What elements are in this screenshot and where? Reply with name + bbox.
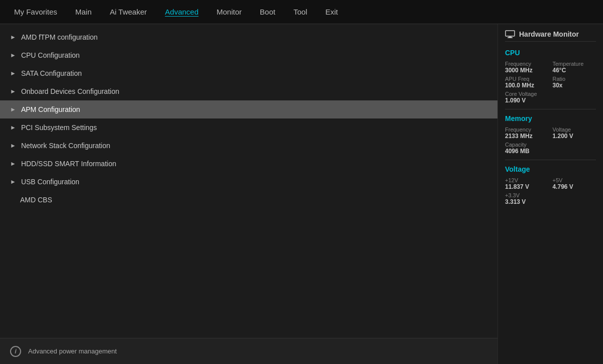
- menu-item-onboard-devices[interactable]: ► Onboard Devices Configuration: [0, 82, 497, 100]
- nav-tool[interactable]: Tool: [284, 0, 317, 24]
- svg-rect-0: [506, 31, 515, 36]
- arrow-icon: ►: [10, 142, 16, 149]
- arrow-icon: ►: [10, 106, 16, 113]
- cpu-core-voltage-value: 1.090 V: [505, 97, 596, 104]
- menu-item-sata-config[interactable]: ► SATA Configuration: [0, 64, 497, 82]
- menu-item-label: HDD/SSD SMART Information: [21, 160, 116, 168]
- cpu-section: CPU Frequency 3000 MHz Temperature 46°C …: [505, 49, 596, 104]
- cpu-apu-freq-label: APU Freq: [505, 76, 549, 82]
- cpu-stats: Frequency 3000 MHz Temperature 46°C APU …: [505, 61, 596, 104]
- mem-voltage-label: Voltage: [553, 127, 596, 133]
- arrow-icon: ►: [10, 178, 16, 185]
- nav-exit[interactable]: Exit: [316, 0, 347, 24]
- mem-capacity-label: Capacity: [505, 142, 596, 148]
- mem-frequency-label: Frequency: [505, 127, 549, 133]
- menu-item-cpu-config[interactable]: ► CPU Configuration: [0, 46, 497, 64]
- menu-item-label: APM Configuration: [21, 105, 80, 113]
- monitor-icon: [505, 30, 515, 38]
- cpu-frequency-value: 3000 MHz: [505, 67, 549, 74]
- arrow-icon: ►: [10, 70, 16, 77]
- nav-my-favorites[interactable]: My Favorites: [5, 0, 66, 24]
- menu-item-label: PCI Subsystem Settings: [21, 124, 97, 132]
- menu-item-label: USB Configuration: [21, 178, 79, 186]
- top-navigation: My Favorites Main Ai Tweaker Advanced Mo…: [0, 0, 603, 24]
- menu-item-hdd-ssd[interactable]: ► HDD/SSD SMART Information: [0, 155, 497, 173]
- menu-item-label: CPU Configuration: [21, 51, 80, 59]
- cpu-ratio-label: Ratio: [553, 76, 596, 82]
- nav-monitor[interactable]: Monitor: [208, 0, 251, 24]
- memory-stats: Frequency 2133 MHz Voltage 1.200 V Capac…: [505, 127, 596, 155]
- menu-item-pci-subsystem[interactable]: ► PCI Subsystem Settings: [0, 118, 497, 137]
- nav-advanced[interactable]: Advanced: [156, 0, 208, 24]
- nav-main[interactable]: Main: [66, 0, 101, 24]
- nav-boot[interactable]: Boot: [251, 0, 284, 24]
- nav-ai-tweaker[interactable]: Ai Tweaker: [100, 0, 156, 24]
- main-layout: ► AMD fTPM configuration ► CPU Configura…: [0, 24, 603, 364]
- v33-label: +3.3V: [505, 192, 596, 198]
- divider-2: [505, 160, 596, 160]
- menu-item-label: AMD CBS: [20, 196, 52, 204]
- menu-item-label: SATA Configuration: [21, 69, 82, 77]
- status-bar: i Advanced power management: [0, 338, 497, 364]
- menu-list: ► AMD fTPM configuration ► CPU Configura…: [0, 24, 497, 338]
- v5-label: +5V: [553, 177, 596, 183]
- v12-value: 11.837 V: [505, 183, 549, 190]
- cpu-section-title: CPU: [505, 49, 596, 57]
- menu-item-network-stack[interactable]: ► Network Stack Configuration: [0, 137, 497, 155]
- content-area: ► AMD fTPM configuration ► CPU Configura…: [0, 24, 497, 364]
- voltage-stats: +12V 11.837 V +5V 4.796 V +3.3V 3.313 V: [505, 177, 596, 205]
- hardware-monitor-sidebar: Hardware Monitor CPU Frequency 3000 MHz …: [497, 24, 603, 364]
- memory-section: Memory Frequency 2133 MHz Voltage 1.200 …: [505, 114, 596, 155]
- voltage-section-title: Voltage: [505, 165, 596, 173]
- mem-voltage-value: 1.200 V: [553, 133, 596, 140]
- status-text: Advanced power management: [28, 347, 117, 355]
- v33-value: 3.313 V: [505, 198, 596, 205]
- menu-item-label: AMD fTPM configuration: [21, 33, 98, 41]
- menu-item-amd-ftpm[interactable]: ► AMD fTPM configuration: [0, 28, 497, 46]
- cpu-core-voltage-label: Core Voltage: [505, 91, 596, 97]
- arrow-icon: ►: [10, 34, 16, 41]
- menu-item-label: Network Stack Configuration: [21, 142, 110, 150]
- menu-item-amd-cbs[interactable]: AMD CBS: [0, 191, 497, 209]
- menu-item-apm-config[interactable]: ► APM Configuration: [0, 100, 497, 118]
- sidebar-title: Hardware Monitor: [505, 30, 596, 42]
- divider-1: [505, 109, 596, 109]
- arrow-icon: ►: [10, 52, 16, 59]
- voltage-section: Voltage +12V 11.837 V +5V 4.796 V +3.3V …: [505, 165, 596, 205]
- menu-item-usb-config[interactable]: ► USB Configuration: [0, 173, 497, 191]
- v12-label: +12V: [505, 177, 549, 183]
- cpu-ratio-value: 30x: [553, 82, 596, 89]
- mem-frequency-value: 2133 MHz: [505, 133, 549, 140]
- cpu-apu-freq-value: 100.0 MHz: [505, 82, 549, 89]
- menu-item-label: Onboard Devices Configuration: [21, 87, 119, 95]
- v5-value: 4.796 V: [553, 183, 596, 190]
- arrow-icon: ►: [10, 124, 16, 131]
- sidebar-title-text: Hardware Monitor: [519, 30, 579, 38]
- mem-capacity-value: 4096 MB: [505, 148, 596, 155]
- memory-section-title: Memory: [505, 114, 596, 123]
- arrow-icon: ►: [10, 160, 16, 167]
- cpu-frequency-label: Frequency: [505, 61, 549, 67]
- arrow-icon: ►: [10, 88, 16, 95]
- info-icon: i: [10, 346, 21, 357]
- cpu-temperature-label: Temperature: [553, 61, 596, 67]
- cpu-temperature-value: 46°C: [553, 67, 596, 74]
